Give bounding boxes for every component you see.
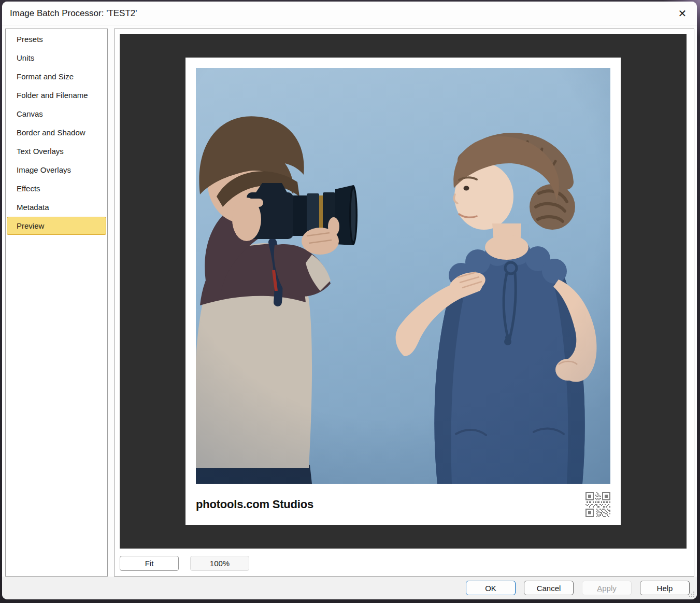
qr-code-icon <box>585 492 610 517</box>
dialog-footer: OK Cancel Apply Help <box>2 577 697 599</box>
apply-label-accelerator: A <box>597 584 602 593</box>
sidebar-item-effects[interactable]: Effects <box>7 179 106 198</box>
title-bar: Image Batch Processor: 'TEST2' ✕ <box>2 2 697 25</box>
zoom-100-button[interactable]: 100% <box>190 556 249 571</box>
help-button[interactable]: Help <box>640 581 690 595</box>
close-icon: ✕ <box>678 7 687 20</box>
apply-label-rest: pply <box>602 584 617 593</box>
cancel-button[interactable]: Cancel <box>524 581 574 595</box>
ok-button[interactable]: OK <box>466 581 516 595</box>
apply-button[interactable]: Apply <box>582 581 632 595</box>
preview-backdrop: photools.com Studios <box>120 34 687 549</box>
page-footer: photools.com Studios <box>196 484 610 525</box>
preview-page: photools.com Studios <box>185 58 621 525</box>
sidebar-item-text-overlays[interactable]: Text Overlays <box>7 142 106 160</box>
sidebar-item-preview[interactable]: Preview <box>7 217 106 235</box>
sidebar-item-image-overlays[interactable]: Image Overlays <box>7 161 106 179</box>
sidebar-item-folder-and-filename[interactable]: Folder and Filename <box>7 86 106 104</box>
window-title: Image Batch Processor: 'TEST2' <box>10 2 137 25</box>
photo-vignette <box>196 68 610 484</box>
sidebar-item-units[interactable]: Units <box>7 49 106 67</box>
settings-category-list: Presets Units Format and Size Folder and… <box>5 29 108 577</box>
preview-panel: photools.com Studios Fit 100% <box>114 29 694 577</box>
sidebar-item-presets[interactable]: Presets <box>7 30 106 48</box>
resize-grip[interactable] <box>688 591 695 598</box>
preview-photo <box>196 68 610 484</box>
zoom-fit-button[interactable]: Fit <box>120 556 179 571</box>
close-button[interactable]: ✕ <box>673 5 692 22</box>
sidebar-item-border-and-shadow[interactable]: Border and Shadow <box>7 123 106 142</box>
sidebar-item-metadata[interactable]: Metadata <box>7 198 106 216</box>
text-overlay-caption: photools.com Studios <box>196 498 313 511</box>
dialog-window: Image Batch Processor: 'TEST2' ✕ Presets… <box>2 2 697 599</box>
sidebar-item-canvas[interactable]: Canvas <box>7 105 106 123</box>
sidebar-item-format-and-size[interactable]: Format and Size <box>7 67 106 86</box>
